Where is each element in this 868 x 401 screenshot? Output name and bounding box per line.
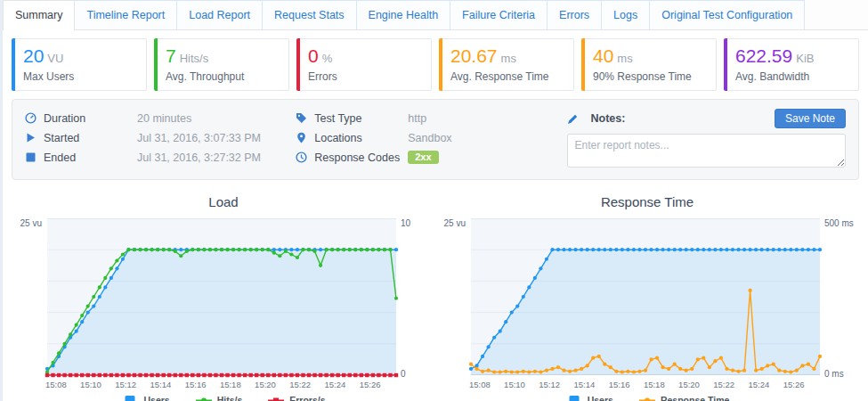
svg-text:15:22: 15:22 [713, 380, 734, 389]
started-play-icon [25, 132, 37, 143]
stat-value: 7 [166, 45, 176, 66]
svg-text:15:16: 15:16 [185, 380, 207, 389]
stat-accent-bar [154, 38, 158, 91]
chart-title: Load [12, 194, 435, 209]
info-row-test-type: Test Typehttp [296, 110, 566, 126]
stat-accent-bar [296, 38, 300, 91]
stat-label: 90% Response Time [593, 70, 705, 83]
stat-accent-bar [12, 38, 15, 91]
info-row-duration: Duration20 minutes [25, 110, 296, 126]
info-row-locations: LocationsSandbox [296, 130, 566, 145]
svg-text:15:10: 15:10 [504, 380, 525, 389]
legend-item-users[interactable]: Users [565, 395, 613, 401]
info-value: http [408, 112, 426, 125]
stat-card-errors: 0%Errors [296, 38, 432, 91]
svg-text:15:24: 15:24 [325, 380, 346, 389]
info-label: Test Type [314, 112, 408, 125]
svg-text:15:16: 15:16 [609, 380, 630, 389]
info-label: Locations [314, 132, 408, 144]
stat-label: Avg. Response Time [450, 70, 563, 83]
tab-original-test-configuration[interactable]: Original Test Configuration [649, 0, 805, 29]
info-value: 20 minutes [137, 112, 191, 125]
right-axis-min: 0 [401, 369, 435, 379]
tab-engine-health[interactable]: Engine Health [356, 0, 451, 29]
svg-text:15:22: 15:22 [289, 380, 311, 389]
right-axis-min: 0 ms [824, 369, 859, 379]
stat-card-max-users: 20VUMax Users [12, 38, 147, 91]
charts-section: Load 25 vu 15:0815:1015:1215:1415:1615:1… [3, 189, 868, 401]
duration-clock-icon [25, 112, 37, 124]
chart-plot: 15:0815:1015:1215:1415:1615:1815:2015:22… [471, 218, 820, 393]
stats-row: 20VUMax Users7Hits/sAvg. Throughput0%Err… [12, 38, 859, 91]
svg-text:15:14: 15:14 [150, 380, 172, 389]
tab-errors[interactable]: Errors [547, 0, 602, 29]
stat-card-avg-throughput: 7Hits/sAvg. Throughput [154, 38, 289, 91]
legend-marker-errors-s [267, 396, 285, 401]
tab-timeline-report[interactable]: Timeline Report [74, 0, 177, 29]
svg-text:15:18: 15:18 [220, 380, 241, 389]
info-panel: Duration20 minutesStartedJul 31, 2016, 3… [12, 99, 859, 180]
response-codes-badge: 2xx [408, 151, 438, 164]
info-value: Jul 31, 2016, 3:07:33 PM [137, 132, 261, 144]
info-label: Started [44, 132, 137, 144]
save-note-button[interactable]: Save Note [775, 109, 846, 128]
svg-text:15:14: 15:14 [574, 380, 596, 389]
legend-item-errors-s[interactable]: Errors/s [267, 395, 325, 401]
stat-unit: VU [47, 52, 63, 65]
tab-failure-criteria[interactable]: Failure Criteria [450, 0, 548, 29]
chart-legend: UsersResponse Time [435, 395, 859, 401]
stat-value: 0 [308, 45, 319, 66]
svg-text:15:08: 15:08 [45, 380, 67, 389]
info-value: Sandbox [408, 132, 451, 144]
location-pin-icon [296, 132, 307, 143]
notes-section: Notes: Save Note [567, 109, 847, 171]
svg-text:15:24: 15:24 [749, 380, 770, 389]
svg-text:15:20: 15:20 [678, 380, 700, 389]
load-chart: Load 25 vu 15:0815:1015:1215:1415:1615:1… [12, 189, 435, 401]
info-row-response-codes: Response Codes2xx [296, 150, 566, 165]
stat-value: 40 [593, 45, 613, 66]
right-axis: 10 0 [396, 218, 435, 379]
info-col-config: Test TypehttpLocationsSandboxResponse Co… [296, 109, 566, 171]
stat-label: Avg. Throughput [166, 70, 278, 83]
pencil-icon [567, 113, 579, 125]
left-axis-label: 25 vu [435, 218, 471, 393]
stat-unit: % [322, 52, 333, 65]
stat-unit: Hits/s [180, 52, 209, 65]
tab-logs[interactable]: Logs [601, 0, 650, 29]
info-value: Jul 31, 2016, 3:27:32 PM [137, 151, 261, 164]
notes-header: Notes: Save Note [567, 109, 847, 128]
stat-accent-bar [724, 38, 727, 91]
legend-item-hits-s[interactable]: Hits/s [195, 395, 243, 401]
stat-unit: KiB [796, 52, 814, 65]
stat-card-avg-bandwidth: 622.59KiBAvg. Bandwidth [724, 38, 859, 91]
info-label: Response Codes [314, 151, 408, 164]
legend-label: Errors/s [289, 395, 325, 401]
right-axis-max: 10 [401, 218, 435, 228]
chart-legend: UsersHits/sErrors/s [12, 395, 435, 401]
stat-label: Avg. Bandwidth [735, 70, 848, 83]
stat-label: Max Users [23, 70, 135, 83]
stat-value: 622.59 [735, 45, 792, 66]
stat-label: Errors [308, 70, 420, 83]
tab-summary[interactable]: Summary [3, 0, 75, 29]
legend-label: Hits/s [217, 395, 243, 401]
history-clock-icon [296, 151, 307, 163]
info-label: Duration [44, 112, 137, 125]
info-label: Ended [44, 151, 137, 164]
svg-text:15:12: 15:12 [539, 380, 560, 389]
notes-input[interactable] [567, 134, 847, 168]
info-row-started: StartedJul 31, 2016, 3:07:33 PM [25, 130, 296, 145]
ended-stop-icon [25, 151, 37, 163]
tag-icon [296, 112, 307, 124]
right-axis-max: 500 ms [824, 218, 859, 228]
svg-text:15:26: 15:26 [783, 380, 805, 389]
legend-item-users[interactable]: Users [121, 395, 169, 401]
tab-load-report[interactable]: Load Report [176, 0, 263, 29]
legend-item-response-time[interactable]: Response Time [638, 395, 729, 401]
stat-accent-bar [581, 38, 585, 91]
stat-value: 20.67 [450, 45, 498, 66]
legend-marker-users [121, 396, 139, 401]
right-axis: 500 ms 0 ms [820, 218, 859, 379]
tab-request-stats[interactable]: Request Stats [262, 0, 357, 29]
